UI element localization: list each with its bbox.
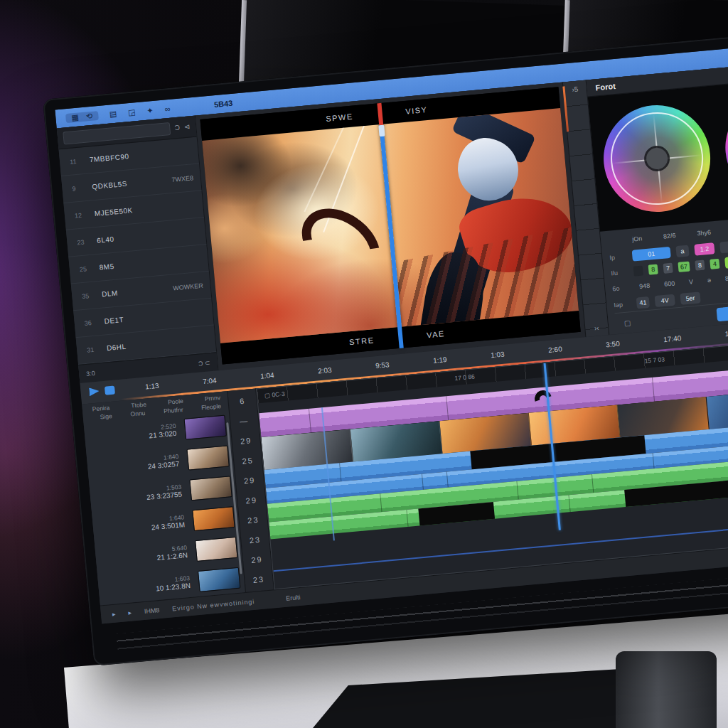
- clip-icon[interactable]: [105, 385, 115, 395]
- control-button[interactable]: V: [684, 276, 697, 289]
- crop-icon[interactable]: ◲: [128, 108, 136, 117]
- footer-doc-icon[interactable]: ▸: [128, 609, 132, 616]
- color-wheel-primary[interactable]: [599, 101, 715, 217]
- control-label: 82/6: [663, 232, 676, 240]
- control-button[interactable]: 8: [695, 260, 705, 271]
- item-label: 7MBBFC90: [89, 152, 129, 164]
- footer-timecode: 3:0: [86, 369, 95, 377]
- ruler-tick: ▢ 0C-3: [264, 390, 286, 400]
- project-title: 5B43: [214, 99, 233, 109]
- rotate-icon[interactable]: Ɔ: [198, 360, 203, 368]
- media-code: 24 3:501M: [151, 520, 185, 531]
- media-timecodes: 1:840 24 3:0257: [94, 452, 182, 475]
- item-tag: WOWKER: [173, 282, 203, 291]
- item-id: 31: [87, 346, 99, 353]
- expand-panel-icon[interactable]: ›5: [572, 85, 579, 94]
- track-number: 25: [233, 449, 262, 471]
- item-label: 8M5: [99, 262, 114, 272]
- footer-play-icon[interactable]: ▸: [112, 610, 116, 617]
- collapse-icon[interactable]: ⊲: [183, 122, 190, 131]
- item-label: 6L40: [97, 235, 114, 245]
- media-header: Ttobe: [131, 401, 147, 410]
- media-header: Prnnv: [204, 394, 220, 402]
- media-timecodes: 1:640 24 3:501M: [100, 513, 188, 536]
- media-thumbnail: [192, 506, 235, 531]
- grid-icon[interactable]: ▦: [71, 113, 79, 122]
- control-button[interactable]: 8: [648, 264, 658, 275]
- control-button[interactable]: 1.2: [694, 242, 714, 255]
- control-label: 3hy6: [697, 229, 711, 237]
- track-number: 29: [242, 549, 272, 571]
- item-id: 11: [70, 157, 82, 165]
- media-timecodes: 1:503 23 3:23755: [97, 483, 185, 505]
- preview-label-left: SPWE: [326, 112, 353, 123]
- control-button[interactable]: 01: [632, 246, 671, 261]
- row-label: 6o: [612, 284, 630, 293]
- media-code: 21 1:2.6N: [156, 551, 188, 562]
- media-timecodes: 1:603 10 1:23.8N: [105, 574, 193, 597]
- track-number: 23: [239, 509, 268, 531]
- timecode: 1:19: [433, 355, 447, 365]
- star-icon[interactable]: ✦: [146, 106, 154, 114]
- collapse-panel-icon[interactable]: ›‹: [594, 323, 599, 332]
- auto-button[interactable]: Auto: [717, 304, 728, 321]
- menubar-group: ▦ ⟲: [65, 111, 99, 123]
- wheel-knob[interactable]: [646, 147, 669, 171]
- layers-icon[interactable]: ▤: [109, 109, 117, 118]
- timecode: 1:13: [145, 382, 159, 391]
- scene: ▦ ⟲ ▤ ◲ ✦ ∞ 5B43 Ɔ ⊲: [0, 0, 728, 728]
- item-id: 35: [82, 291, 94, 299]
- control-button[interactable]: ə: [702, 274, 715, 287]
- item-tag: 7WXE8: [171, 174, 193, 183]
- footer-status-text: Evirgo Nw ewvwotiningi: [172, 597, 255, 612]
- control-button[interactable]: 4: [710, 259, 719, 269]
- ruler-tick: 17 0 86: [454, 373, 475, 382]
- eject-icon[interactable]: ⊂: [205, 359, 210, 367]
- preview-label-left: STRE: [349, 336, 375, 346]
- control-button[interactable]: [633, 266, 643, 277]
- play-icon[interactable]: [89, 387, 100, 396]
- screen: ▦ ⟲ ▤ ◲ ✦ ∞ 5B43 Ɔ ⊲: [55, 37, 728, 623]
- control-button[interactable]: [719, 240, 728, 253]
- control-button[interactable]: 948: [635, 280, 655, 293]
- control-button[interactable]: 600: [660, 277, 680, 290]
- control-button[interactable]: 4V: [655, 294, 675, 306]
- browser-list: 11 7MBBFC90 9 QDKBL5S 7WXE8 12 MJE5E50K: [58, 137, 216, 365]
- item-id: 36: [84, 318, 96, 326]
- item-label: DE1T: [104, 316, 124, 325]
- timecode: 1:03: [491, 350, 505, 360]
- timecode: 17:40: [663, 334, 682, 343]
- timecode: 2:03: [318, 366, 332, 375]
- item-label: QDKBL5S: [92, 180, 127, 191]
- preview-label-right: VISY: [405, 105, 428, 116]
- track-number: 29: [237, 489, 266, 511]
- control-button[interactable]: 41: [636, 296, 650, 309]
- ruler-icons: [80, 385, 124, 397]
- media-thumbnail: [189, 476, 232, 500]
- control-button[interactable]: 5er: [680, 291, 700, 304]
- control-button[interactable]: a: [675, 245, 689, 257]
- media-code: 21 3:020: [149, 429, 177, 439]
- control-button[interactable]: 8IIr: [720, 272, 728, 285]
- media-rows: 2:520 21 3:020 1:840 24 3:0257: [90, 410, 241, 605]
- media-thumbnail: [195, 536, 237, 561]
- refresh-icon[interactable]: Ɔ: [174, 124, 180, 132]
- control-button[interactable]: 12: [724, 255, 728, 269]
- ruler-tick: 15 7 03: [644, 355, 665, 365]
- monitor-stand: [616, 651, 717, 728]
- media-header: Onnu: [130, 410, 146, 418]
- color-wheel-secondary[interactable]: [721, 90, 728, 205]
- timecode: 7:04: [203, 376, 217, 385]
- item-id: 12: [75, 211, 87, 219]
- undo-icon[interactable]: ⟲: [85, 112, 92, 120]
- footer-label: Erulti: [286, 594, 301, 602]
- media-browser-panel: Ɔ ⊲ 11 7MBBFC90 9 QDKBL5S 7WXE8: [57, 116, 219, 383]
- footer-code: IHM8: [144, 606, 159, 615]
- track-number: 29: [231, 429, 260, 451]
- row-label: Ip: [609, 252, 627, 261]
- stop-icon[interactable]: ▢: [623, 318, 631, 327]
- control-button[interactable]: 67: [678, 262, 690, 272]
- link-icon[interactable]: ∞: [164, 105, 171, 113]
- item-id: 9: [72, 184, 84, 192]
- control-button[interactable]: 7: [663, 263, 673, 274]
